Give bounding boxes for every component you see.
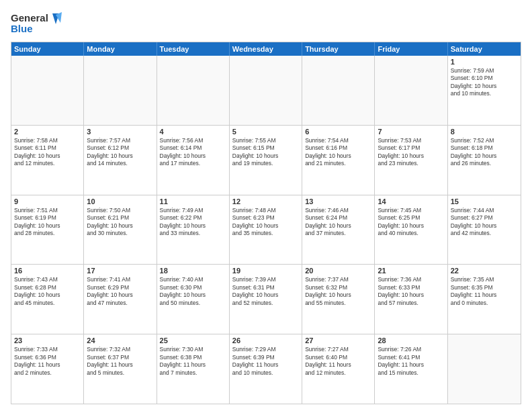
day-number: 6 — [305, 128, 371, 136]
day-info: Sunrise: 7:58 AM Sunset: 6:11 PM Dayligh… — [14, 137, 81, 168]
day-number: 18 — [160, 267, 226, 275]
day-info: Sunrise: 7:45 AM Sunset: 6:25 PM Dayligh… — [378, 207, 444, 238]
calendar: SundayMondayTuesdayWednesdayThursdayFrid… — [11, 42, 521, 404]
header-day-tuesday: Tuesday — [157, 42, 230, 56]
empty-cell — [448, 334, 521, 404]
calendar-row-4: 23Sunrise: 7:33 AM Sunset: 6:36 PM Dayli… — [11, 334, 521, 404]
header-day-thursday: Thursday — [302, 42, 375, 56]
day-number: 7 — [378, 128, 444, 136]
day-info: Sunrise: 7:49 AM Sunset: 6:22 PM Dayligh… — [160, 207, 226, 238]
day-cell-4: 4Sunrise: 7:56 AM Sunset: 6:14 PM Daylig… — [157, 126, 230, 195]
day-info: Sunrise: 7:32 AM Sunset: 6:37 PM Dayligh… — [87, 346, 153, 377]
day-cell-16: 16Sunrise: 7:43 AM Sunset: 6:28 PM Dayli… — [11, 265, 84, 334]
day-number: 19 — [232, 267, 299, 275]
header-day-friday: Friday — [375, 42, 447, 56]
svg-text:Blue: Blue — [11, 23, 33, 34]
day-cell-20: 20Sunrise: 7:37 AM Sunset: 6:32 PM Dayli… — [302, 265, 375, 334]
day-info: Sunrise: 7:33 AM Sunset: 6:36 PM Dayligh… — [14, 346, 81, 377]
day-cell-23: 23Sunrise: 7:33 AM Sunset: 6:36 PM Dayli… — [11, 334, 84, 404]
day-info: Sunrise: 7:40 AM Sunset: 6:30 PM Dayligh… — [160, 276, 226, 307]
logo-svg: GeneralBlue — [11, 11, 64, 36]
day-info: Sunrise: 7:53 AM Sunset: 6:17 PM Dayligh… — [378, 137, 444, 168]
day-number: 12 — [232, 197, 299, 205]
day-cell-25: 25Sunrise: 7:30 AM Sunset: 6:38 PM Dayli… — [157, 334, 230, 404]
day-info: Sunrise: 7:51 AM Sunset: 6:19 PM Dayligh… — [14, 207, 81, 238]
day-info: Sunrise: 7:37 AM Sunset: 6:32 PM Dayligh… — [305, 276, 371, 307]
day-info: Sunrise: 7:59 AM Sunset: 6:10 PM Dayligh… — [451, 67, 518, 98]
day-info: Sunrise: 7:46 AM Sunset: 6:24 PM Dayligh… — [305, 207, 371, 238]
day-number: 23 — [14, 336, 81, 345]
day-info: Sunrise: 7:56 AM Sunset: 6:14 PM Dayligh… — [160, 137, 226, 168]
day-number: 26 — [232, 336, 299, 345]
day-cell-28: 28Sunrise: 7:26 AM Sunset: 6:41 PM Dayli… — [375, 334, 447, 404]
day-cell-7: 7Sunrise: 7:53 AM Sunset: 6:17 PM Daylig… — [375, 126, 447, 195]
day-number: 27 — [305, 336, 371, 345]
day-number: 24 — [87, 336, 153, 345]
day-cell-11: 11Sunrise: 7:49 AM Sunset: 6:22 PM Dayli… — [157, 195, 230, 265]
day-cell-15: 15Sunrise: 7:44 AM Sunset: 6:27 PM Dayli… — [448, 195, 521, 265]
header-day-monday: Monday — [84, 42, 157, 56]
calendar-row-0: 1Sunrise: 7:59 AM Sunset: 6:10 PM Daylig… — [11, 56, 521, 125]
calendar-row-2: 9Sunrise: 7:51 AM Sunset: 6:19 PM Daylig… — [11, 195, 521, 265]
page: GeneralBlue SundayMondayTuesdayWednesday… — [0, 0, 532, 411]
day-number: 5 — [232, 128, 299, 136]
day-info: Sunrise: 7:41 AM Sunset: 6:29 PM Dayligh… — [87, 276, 153, 307]
calendar-body: 1Sunrise: 7:59 AM Sunset: 6:10 PM Daylig… — [11, 56, 521, 404]
day-cell-24: 24Sunrise: 7:32 AM Sunset: 6:37 PM Dayli… — [84, 334, 157, 404]
day-number: 16 — [14, 267, 81, 275]
day-number: 1 — [451, 58, 518, 66]
day-info: Sunrise: 7:57 AM Sunset: 6:12 PM Dayligh… — [87, 137, 153, 168]
day-cell-2: 2Sunrise: 7:58 AM Sunset: 6:11 PM Daylig… — [11, 126, 84, 195]
day-cell-19: 19Sunrise: 7:39 AM Sunset: 6:31 PM Dayli… — [230, 265, 302, 334]
day-info: Sunrise: 7:29 AM Sunset: 6:39 PM Dayligh… — [232, 346, 299, 377]
day-number: 11 — [160, 197, 226, 205]
day-cell-14: 14Sunrise: 7:45 AM Sunset: 6:25 PM Dayli… — [375, 195, 447, 265]
calendar-header: SundayMondayTuesdayWednesdayThursdayFrid… — [11, 42, 521, 56]
day-info: Sunrise: 7:44 AM Sunset: 6:27 PM Dayligh… — [451, 207, 518, 238]
day-number: 2 — [14, 128, 81, 136]
day-info: Sunrise: 7:43 AM Sunset: 6:28 PM Dayligh… — [14, 276, 81, 307]
svg-text:General: General — [11, 12, 48, 24]
empty-cell — [375, 56, 447, 125]
logo: GeneralBlue — [11, 11, 64, 36]
day-cell-27: 27Sunrise: 7:27 AM Sunset: 6:40 PM Dayli… — [302, 334, 375, 404]
empty-cell — [11, 56, 84, 125]
day-cell-5: 5Sunrise: 7:55 AM Sunset: 6:15 PM Daylig… — [230, 126, 302, 195]
day-number: 15 — [451, 197, 518, 205]
day-number: 4 — [160, 128, 226, 136]
day-info: Sunrise: 7:36 AM Sunset: 6:33 PM Dayligh… — [378, 276, 444, 307]
day-cell-6: 6Sunrise: 7:54 AM Sunset: 6:16 PM Daylig… — [302, 126, 375, 195]
day-cell-8: 8Sunrise: 7:52 AM Sunset: 6:18 PM Daylig… — [448, 126, 521, 195]
day-number: 13 — [305, 197, 371, 205]
day-info: Sunrise: 7:55 AM Sunset: 6:15 PM Dayligh… — [232, 137, 299, 168]
day-info: Sunrise: 7:54 AM Sunset: 6:16 PM Dayligh… — [305, 137, 371, 168]
day-info: Sunrise: 7:39 AM Sunset: 6:31 PM Dayligh… — [232, 276, 299, 307]
header: GeneralBlue — [11, 11, 521, 36]
day-cell-12: 12Sunrise: 7:48 AM Sunset: 6:23 PM Dayli… — [230, 195, 302, 265]
day-number: 22 — [451, 267, 518, 275]
header-day-sunday: Sunday — [11, 42, 84, 56]
empty-cell — [157, 56, 230, 125]
day-number: 25 — [160, 336, 226, 345]
day-info: Sunrise: 7:48 AM Sunset: 6:23 PM Dayligh… — [232, 207, 299, 238]
day-cell-26: 26Sunrise: 7:29 AM Sunset: 6:39 PM Dayli… — [230, 334, 302, 404]
day-info: Sunrise: 7:30 AM Sunset: 6:38 PM Dayligh… — [160, 346, 226, 377]
empty-cell — [84, 56, 157, 125]
calendar-row-1: 2Sunrise: 7:58 AM Sunset: 6:11 PM Daylig… — [11, 125, 521, 195]
day-number: 3 — [87, 128, 153, 136]
day-number: 28 — [378, 336, 444, 345]
day-number: 17 — [87, 267, 153, 275]
day-cell-13: 13Sunrise: 7:46 AM Sunset: 6:24 PM Dayli… — [302, 195, 375, 265]
header-day-wednesday: Wednesday — [230, 42, 302, 56]
day-number: 8 — [451, 128, 518, 136]
day-info: Sunrise: 7:27 AM Sunset: 6:40 PM Dayligh… — [305, 346, 371, 377]
day-number: 20 — [305, 267, 371, 275]
day-cell-21: 21Sunrise: 7:36 AM Sunset: 6:33 PM Dayli… — [375, 265, 447, 334]
day-number: 10 — [87, 197, 153, 205]
day-number: 21 — [378, 267, 444, 275]
day-info: Sunrise: 7:26 AM Sunset: 6:41 PM Dayligh… — [378, 346, 444, 377]
day-cell-22: 22Sunrise: 7:35 AM Sunset: 6:35 PM Dayli… — [448, 265, 521, 334]
day-number: 9 — [14, 197, 81, 205]
day-info: Sunrise: 7:35 AM Sunset: 6:35 PM Dayligh… — [451, 276, 518, 307]
header-day-saturday: Saturday — [448, 42, 521, 56]
